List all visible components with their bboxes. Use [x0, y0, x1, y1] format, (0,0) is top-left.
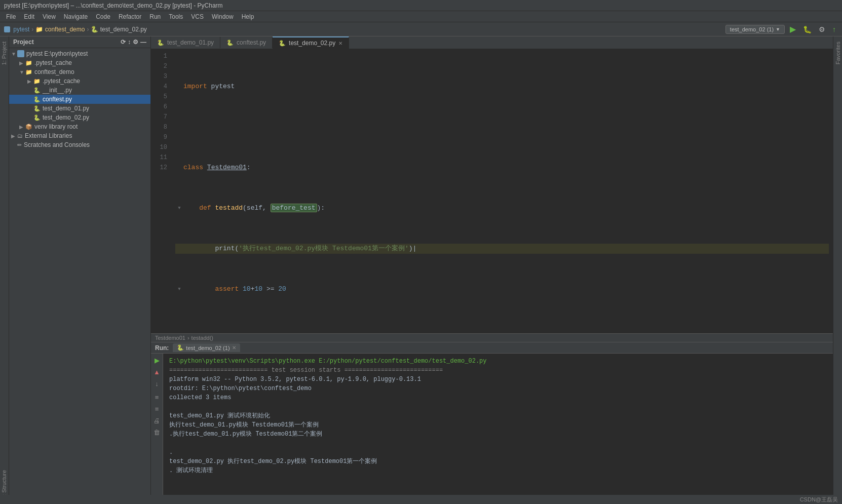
main-layout: 1: Project 2: Structure Project ⟳ ↕ ⚙ — … — [0, 36, 842, 504]
tab-label-conftest: conftest.py — [237, 39, 266, 46]
code-line-3: class Testdemo01: — [175, 163, 829, 173]
menu-navigate[interactable]: Navigate — [60, 12, 92, 21]
tab-icon-conftest: 🐍 — [226, 40, 234, 46]
run-line-4: rootdir: E:\python\pytest\conftest_demo — [169, 384, 827, 393]
tab-icon-test01: 🐍 — [157, 40, 164, 46]
run-body: ▶ ▲ ↓ ≡ ≡ 🖨 🗑 E:\python\pytest\venv\Scri… — [151, 354, 833, 504]
breadcrumb-method: testadd() — [192, 335, 213, 341]
tree-init-py[interactable]: ▶ 🐍 __init__.py — [9, 86, 150, 95]
run-line-13: . 测试环境清理 — [169, 466, 827, 475]
run-scroll-btn[interactable]: ≡ — [154, 404, 160, 414]
run-line-8: 执行test_demo_01.py模块 Testdemo01第一个案例 — [169, 420, 827, 430]
tree-test-demo-01[interactable]: ▶ 🐍 test_demo_01.py — [9, 104, 150, 113]
svg-rect-1 — [17, 50, 24, 57]
menu-code[interactable]: Code — [92, 12, 114, 21]
run-tab-close[interactable]: ✕ — [232, 345, 236, 351]
tab-close-test02[interactable]: ✕ — [338, 41, 342, 46]
code-line-5: print('执行test_demo_02.py模块 Testdemo01第一个… — [175, 244, 829, 254]
tab-icon-test02: 🐍 — [279, 40, 286, 47]
tab-label-test01: test_demo_01.py — [167, 39, 214, 46]
run-restart-btn[interactable]: ▶ — [154, 356, 161, 365]
side-tab-favorites[interactable]: Favorites — [833, 36, 842, 69]
code-line-4: ▼ def testadd(self, before_test): — [175, 203, 829, 213]
menu-help[interactable]: Help — [238, 12, 258, 21]
run-line-11: . — [169, 448, 827, 457]
run-line-5: collected 3 items — [169, 393, 827, 402]
tree-test-demo-02[interactable]: ▶ 🐍 test_demo_02.py — [9, 113, 150, 122]
code-line-2 — [175, 122, 829, 132]
tab-test-demo-02[interactable]: 🐍 test_demo_02.py ✕ — [273, 36, 349, 49]
settings-button[interactable]: ⚙ — [817, 24, 827, 34]
editor-tabs: 🐍 test_demo_01.py 🐍 conftest.py 🐍 test_d… — [151, 36, 833, 49]
code-line-7 — [175, 325, 829, 333]
project-sync-icon[interactable]: ⟳ — [121, 38, 126, 46]
run-config-selector[interactable]: test_demo_02 (1) ▼ — [725, 25, 785, 34]
run-side-toolbar: ▶ ▲ ↓ ≡ ≡ 🖨 🗑 — [151, 354, 163, 504]
breadcrumb-folder: 📁 conftest_demo — [35, 26, 85, 33]
tree-venv[interactable]: ▶ 📦 venv library root — [9, 122, 150, 131]
run-line-12: test_demo_02.py 执行test_demo_02.py模块 Test… — [169, 457, 827, 466]
tree-pytest-cache-1[interactable]: ▶ 📁 .pytest_cache — [9, 58, 150, 67]
project-title: Project — [13, 38, 34, 46]
editor-area: 🐍 test_demo_01.py 🐍 conftest.py 🐍 test_d… — [151, 36, 833, 504]
run-line-1: E:\python\pytest\venv\Scripts\python.exe… — [169, 357, 827, 366]
menu-view[interactable]: View — [39, 12, 60, 21]
toolbar: pytest › 📁 conftest_demo › 🐍 test_demo_0… — [0, 22, 842, 36]
side-tab-project[interactable]: 1: Project — [0, 36, 9, 70]
run-arrow-down-btn[interactable]: ↓ — [154, 379, 160, 389]
tree-conftest-demo[interactable]: ▼ 📁 conftest_demo — [9, 67, 150, 76]
run-output: E:\python\pytest\venv\Scripts\python.exe… — [163, 354, 833, 504]
tab-conftest[interactable]: 🐍 conftest.py — [220, 37, 273, 48]
line-numbers: 1 2 3 4 5 6 7 8 9 10 11 12 — [151, 49, 171, 333]
titlebar: pytest [E:\python\pytest] – ...\conftest… — [0, 0, 842, 11]
run-panel-header: Run: 🐍 test_demo_02 (1) ✕ — [151, 342, 833, 354]
breadcrumb-class: Testdemo01 — [155, 335, 185, 341]
tree-root-pytest[interactable]: ▼ pytest E:\python\pytest — [9, 49, 150, 58]
code-content[interactable]: import pytest class Testdemo01: ▼ — [171, 49, 833, 333]
tree-external-libs[interactable]: ▶ 🗂 External Libraries — [9, 131, 150, 140]
project-settings-icon[interactable]: ⚙ — [133, 38, 138, 46]
side-tabs-left: 1: Project 2: Structure — [0, 36, 9, 504]
menu-refactor[interactable]: Refactor — [114, 12, 145, 21]
run-stop-btn[interactable]: ▲ — [152, 367, 161, 377]
run-tab-icon: 🐍 — [177, 344, 184, 351]
run-tab-label: test_demo_02 (1) — [186, 345, 229, 351]
update-button[interactable]: ↑ — [830, 24, 838, 34]
run-line-2: =========================== test session… — [169, 366, 827, 375]
menu-tools[interactable]: Tools — [165, 12, 187, 21]
project-tree: ▼ pytest E:\python\pytest ▶ 📁 .pytest_ca… — [9, 48, 150, 504]
bottom-bar: CSDN@王磊吴 — [0, 495, 842, 504]
project-sort-icon[interactable]: ↕ — [128, 38, 131, 46]
project-minimize-icon[interactable]: — — [140, 38, 146, 46]
run-line-9: .执行test_demo_01.py模块 Testdemo01第二个案例 — [169, 430, 827, 439]
run-print-btn[interactable]: 🖨 — [152, 416, 161, 425]
project-panel-header: Project ⟳ ↕ ⚙ — — [9, 36, 150, 48]
menu-edit[interactable]: Edit — [20, 12, 39, 21]
run-tab-test02[interactable]: 🐍 test_demo_02 (1) ✕ — [173, 343, 240, 352]
run-panel: Run: 🐍 test_demo_02 (1) ✕ ▶ ▲ ↓ ≡ ≡ 🖨 🗑 — [151, 342, 833, 504]
titlebar-text: pytest [E:\python\pytest] – ...\conftest… — [4, 2, 223, 9]
run-button[interactable]: ▶ — [788, 23, 798, 35]
tree-conftest-py[interactable]: ▶ 🐍 conftest.py — [9, 95, 150, 104]
code-line-1: import pytest — [175, 82, 829, 92]
menubar: File Edit View Navigate Code Refactor Ru… — [0, 11, 842, 22]
run-line-3: platform win32 -- Python 3.5.2, pytest-6… — [169, 375, 827, 384]
run-trash-btn[interactable]: 🗑 — [152, 428, 161, 437]
code-editor[interactable]: 1 2 3 4 5 6 7 8 9 10 11 12 import pytest — [151, 49, 833, 333]
run-line-7: test_demo_01.py 测试环境初始化 — [169, 411, 827, 420]
tree-scratches[interactable]: ▶ ✏ Scratches and Consoles — [9, 140, 150, 149]
menu-file[interactable]: File — [2, 12, 20, 21]
menu-window[interactable]: Window — [208, 12, 238, 21]
watermark: CSDN@王磊吴 — [800, 496, 838, 503]
run-label: Run: — [155, 344, 169, 352]
run-scroll-top-btn[interactable]: ≡ — [154, 393, 160, 402]
breadcrumb-file: 🐍 test_demo_02.py — [91, 26, 146, 33]
svg-rect-0 — [4, 26, 10, 32]
menu-run[interactable]: Run — [145, 12, 165, 21]
tab-test-demo-01[interactable]: 🐍 test_demo_01.py — [151, 37, 220, 48]
project-panel: Project ⟳ ↕ ⚙ — ▼ pytest E:\python\pytes… — [9, 36, 151, 504]
breadcrumb-project: pytest — [4, 26, 29, 33]
menu-vcs[interactable]: VCS — [187, 12, 208, 21]
tree-pytest-cache-2[interactable]: ▶ 📁 .pytest_cache — [9, 76, 150, 86]
debug-button[interactable]: 🐛 — [801, 24, 814, 34]
